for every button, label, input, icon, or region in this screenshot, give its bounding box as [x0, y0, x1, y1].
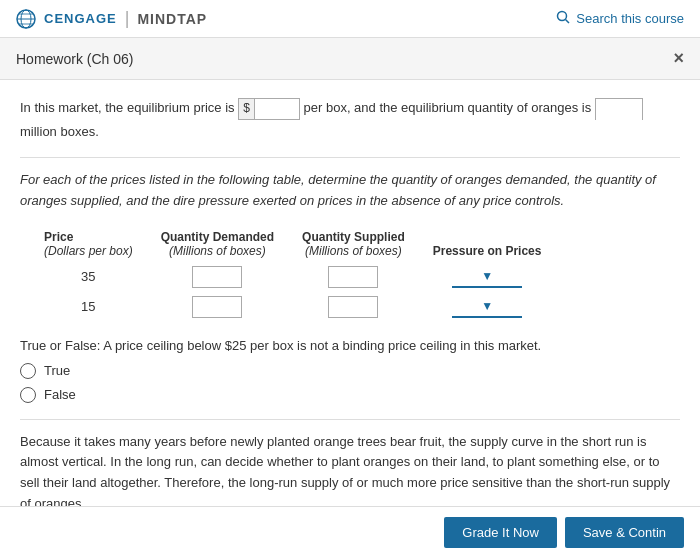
col-header-qty-demanded: Quantity Demanded (Millions of boxes) — [147, 226, 288, 262]
cengage-globe-icon — [16, 9, 36, 29]
price-input-wrapper[interactable]: $ — [238, 98, 300, 120]
equilibrium-question: In this market, the equilibrium price is… — [20, 96, 680, 143]
divider-2 — [20, 419, 680, 420]
price-cell-2: 15 — [30, 292, 147, 322]
eq-text-after: million boxes. — [20, 124, 99, 139]
radio-false-circle[interactable] — [20, 387, 36, 403]
col-header-pressure: Pressure on Prices — [419, 226, 556, 262]
col-header-qty-supplied: Quantity Supplied (Millions of boxes) — [288, 226, 419, 262]
search-icon — [556, 10, 570, 27]
svg-point-5 — [558, 12, 567, 21]
price-table: Price (Dollars per box) Quantity Demande… — [30, 226, 555, 322]
cengage-logo: CENGAGE — [44, 11, 117, 26]
qty-demanded-input-1[interactable] — [192, 266, 242, 288]
save-continue-button[interactable]: Save & Contin — [565, 517, 684, 548]
eq-text-before: In this market, the equilibrium price is — [20, 100, 235, 115]
grade-it-now-button[interactable]: Grade It Now — [444, 517, 557, 548]
col-header-price: Price (Dollars per box) — [30, 226, 147, 262]
qty-supplied-input-2[interactable] — [328, 296, 378, 318]
search-label: Search this course — [576, 11, 684, 26]
radio-true-label: True — [44, 363, 70, 378]
dollar-sign: $ — [239, 99, 255, 119]
subheader: Homework (Ch 06) × — [0, 38, 700, 80]
logo-divider: | — [125, 8, 130, 29]
close-button[interactable]: × — [673, 48, 684, 69]
equilibrium-price-input[interactable] — [255, 99, 299, 119]
pressure-dropdown-2[interactable]: ▼ Upward Downward None — [452, 296, 522, 318]
long-text-1: Because it takes many years before newly… — [20, 432, 680, 515]
true-false-block: True or False: A price ceiling below $25… — [20, 338, 680, 403]
qty-supplied-cell-1[interactable] — [288, 262, 419, 292]
qty-supplied-input-1[interactable] — [328, 266, 378, 288]
price-cell-1: 35 — [30, 262, 147, 292]
table-row: 35 ▼ Upward Downward None — [30, 262, 555, 292]
divider-1 — [20, 157, 680, 158]
qty-demanded-cell-1[interactable] — [147, 262, 288, 292]
radio-false-label: False — [44, 387, 76, 402]
mindtap-logo: MINDTAP — [137, 11, 207, 27]
pressure-cell-2[interactable]: ▼ Upward Downward None — [419, 292, 556, 322]
search-area[interactable]: Search this course — [556, 10, 684, 27]
qty-supplied-cell-2[interactable] — [288, 292, 419, 322]
qty-demanded-input-2[interactable] — [192, 296, 242, 318]
table-row: 15 ▼ Upward Downward None — [30, 292, 555, 322]
equilibrium-qty-input[interactable] — [595, 98, 643, 120]
footer: Grade It Now Save & Contin — [0, 506, 700, 558]
homework-title: Homework (Ch 06) — [16, 51, 133, 67]
svg-line-6 — [566, 20, 570, 24]
header: CENGAGE | MINDTAP Search this course — [0, 0, 700, 38]
qty-demanded-cell-2[interactable] — [147, 292, 288, 322]
pressure-dropdown-1[interactable]: ▼ Upward Downward None — [452, 266, 522, 288]
eq-text-middle: per box, and the equilibrium quantity of… — [304, 100, 592, 115]
radio-false[interactable]: False — [20, 387, 680, 403]
tf-question: True or False: A price ceiling below $25… — [20, 338, 680, 353]
italic-instruction: For each of the prices listed in the fol… — [20, 170, 680, 212]
radio-true-circle[interactable] — [20, 363, 36, 379]
radio-true[interactable]: True — [20, 363, 680, 379]
main-content: In this market, the equilibrium price is… — [0, 80, 700, 558]
pressure-cell-1[interactable]: ▼ Upward Downward None — [419, 262, 556, 292]
header-left: CENGAGE | MINDTAP — [16, 8, 207, 29]
